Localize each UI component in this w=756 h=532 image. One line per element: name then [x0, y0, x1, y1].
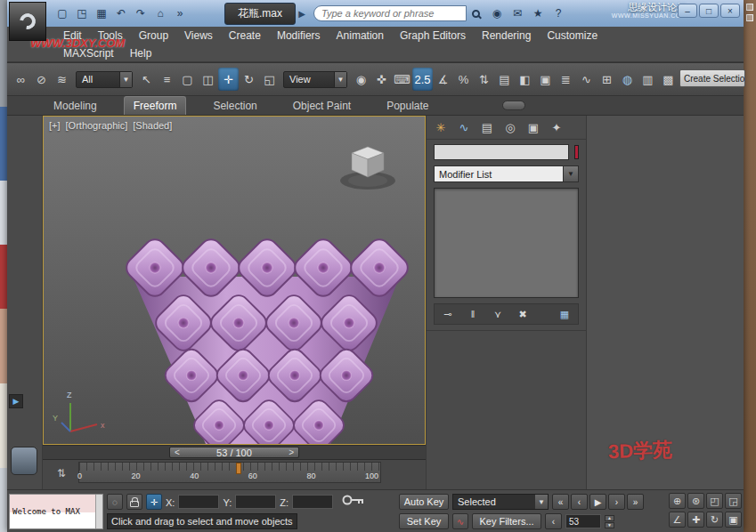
communication-center-icon[interactable]: ✉ — [508, 4, 526, 22]
z-coordinate-field[interactable] — [292, 495, 333, 509]
trackbar-frame-marker[interactable] — [236, 463, 241, 474]
spinner-down-icon[interactable]: ▼ — [605, 522, 614, 528]
tab-modeling[interactable]: Modeling — [45, 97, 106, 115]
menu-maxscript[interactable]: MAXScript — [55, 45, 122, 61]
select-object-icon[interactable]: ↖ — [136, 68, 157, 91]
selection-filter-dropdown[interactable]: All ▼ — [76, 71, 133, 88]
bind-to-space-warp-icon[interactable]: ≋ — [52, 68, 72, 91]
utilities-tab-icon[interactable]: ✦ — [546, 118, 567, 136]
zoom-icon[interactable]: ⊕ — [669, 493, 686, 509]
set-keys-key-icon[interactable] — [342, 494, 365, 510]
viewcube[interactable] — [336, 140, 400, 195]
search-input[interactable] — [313, 5, 467, 21]
maximize-viewport-icon[interactable]: ▣ — [725, 512, 742, 528]
render-setup-icon[interactable]: ▥ — [638, 68, 658, 91]
make-unique-icon[interactable]: ⋎ — [488, 306, 508, 322]
modifier-stack-list[interactable] — [434, 188, 579, 298]
go-to-end-icon[interactable]: » — [627, 494, 644, 510]
selection-lock-icon[interactable] — [126, 494, 142, 510]
selection-set-dropdown[interactable]: Selected ▼ — [452, 494, 549, 510]
remove-modifier-icon[interactable]: ✖ — [513, 306, 532, 322]
orbit-icon[interactable]: ↻ — [706, 512, 723, 528]
display-tab-icon[interactable]: ▣ — [523, 118, 544, 136]
maximize-button[interactable]: □ — [699, 4, 719, 18]
help-icon[interactable]: ? — [549, 4, 567, 22]
application-menu-button[interactable] — [9, 2, 46, 41]
tab-object-paint[interactable]: Object Paint — [284, 97, 360, 115]
x-coordinate-field[interactable] — [178, 495, 219, 509]
select-by-name-icon[interactable]: ≡ — [157, 68, 177, 91]
viewport-layout-tab[interactable] — [11, 447, 37, 475]
close-button[interactable]: × — [720, 4, 740, 18]
current-frame-field[interactable] — [565, 514, 601, 528]
isolate-selection-icon[interactable]: ◌ — [107, 494, 123, 510]
redo-icon[interactable]: ↷ — [132, 4, 150, 22]
qat-overflow-icon[interactable]: » — [171, 4, 189, 22]
minimize-button[interactable]: – — [678, 4, 697, 18]
ribbon-minimize-pill[interactable] — [502, 101, 525, 110]
motion-tab-icon[interactable]: ◎ — [500, 118, 521, 136]
search-icon[interactable] — [467, 4, 484, 22]
edit-named-selection-sets-icon[interactable]: ▤ — [494, 68, 515, 91]
track-bar[interactable]: ⇅ 020406080100 — [43, 460, 426, 489]
unlink-selection-icon[interactable]: ⊘ — [31, 68, 52, 91]
time-slider[interactable]: < 53 / 100 > — [43, 445, 426, 460]
modifier-list-dropdown[interactable]: Modifier List — [434, 165, 564, 182]
new-key-curve-icon[interactable]: ∿ — [452, 513, 468, 529]
reference-coordinate-dropdown[interactable]: View ▼ — [283, 71, 347, 88]
scene-explorer-expand-icon[interactable]: ▶ — [9, 394, 23, 408]
angle-snap-icon[interactable]: ∡ — [433, 68, 453, 91]
select-and-scale-icon[interactable]: ◱ — [259, 68, 280, 91]
sign-in-icon[interactable]: ◉ — [488, 4, 506, 22]
menu-modifiers[interactable]: Modifiers — [269, 28, 329, 44]
absolute-offset-toggle-icon[interactable]: ✛ — [146, 494, 162, 510]
pan-icon[interactable]: ✚ — [687, 512, 704, 528]
show-end-result-icon[interactable]: ‖ — [463, 306, 483, 322]
project-folder-icon[interactable]: ⌂ — [151, 4, 169, 22]
key-filters-button[interactable]: Key Filters... — [472, 513, 541, 529]
select-and-rotate-icon[interactable]: ↻ — [239, 68, 259, 91]
keyboard-override-icon[interactable]: ⌨ — [392, 68, 412, 91]
viewport-pov-menu[interactable]: [Orthographic] — [66, 120, 128, 131]
window-crossing-icon[interactable]: ◫ — [198, 68, 218, 91]
schematic-view-icon[interactable]: ⊞ — [597, 68, 617, 91]
auto-key-button[interactable]: Auto Key — [399, 494, 449, 510]
create-tab-icon[interactable]: ✳ — [430, 118, 451, 136]
viewport-shading-menu[interactable]: [Shaded] — [133, 120, 172, 131]
previous-frame-arrow-icon[interactable]: < — [175, 447, 180, 457]
field-of-view-icon[interactable]: ∠ — [669, 512, 686, 528]
menu-animation[interactable]: Animation — [329, 28, 392, 44]
configure-modifier-sets-icon[interactable]: ▦ — [555, 306, 574, 322]
y-coordinate-field[interactable] — [235, 495, 276, 509]
viewport[interactable]: [+][Orthographic][Shaded] — [43, 116, 426, 445]
next-frame-arrow-icon[interactable]: > — [289, 447, 294, 457]
rectangular-selection-icon[interactable]: ▢ — [177, 68, 198, 91]
use-pivot-center-icon[interactable]: ◉ — [351, 68, 371, 91]
menu-tools[interactable]: Tools — [90, 28, 131, 44]
menu-group[interactable]: Group — [131, 28, 176, 44]
set-key-button[interactable]: Set Key — [399, 513, 449, 529]
select-and-manipulate-icon[interactable]: ✜ — [371, 68, 392, 91]
previous-frame-icon[interactable]: ‹ — [571, 494, 588, 510]
previous-key-icon[interactable]: ‹ — [545, 513, 562, 529]
spinner-snap-icon[interactable]: ⇅ — [474, 68, 494, 91]
zoom-extents-all-icon[interactable]: ◲ — [725, 493, 742, 509]
zoom-all-icon[interactable]: ⊛ — [687, 493, 704, 509]
undo-icon[interactable]: ↶ — [112, 4, 130, 22]
tab-selection[interactable]: Selection — [204, 97, 265, 115]
trackbar-options-icon[interactable]: ⇅ — [53, 465, 69, 481]
menu-create[interactable]: Create — [221, 28, 269, 44]
maxscript-mini-listener[interactable]: Welcome to MAX — [9, 494, 103, 529]
play-animation-icon[interactable]: ▶ — [589, 494, 606, 510]
save-file-icon[interactable]: ▦ — [93, 4, 110, 22]
tab-populate[interactable]: Populate — [378, 97, 437, 115]
favorites-icon[interactable]: ★ — [529, 4, 547, 22]
modify-tab-icon[interactable]: ∿ — [453, 118, 475, 136]
object-name-field[interactable] — [434, 144, 569, 160]
select-and-link-icon[interactable]: ∞ — [11, 68, 31, 91]
rendered-frame-icon[interactable]: ▩ — [658, 68, 679, 91]
curve-editor-icon[interactable]: ∿ — [576, 68, 597, 91]
time-slider-thumb[interactable]: < 53 / 100 > — [169, 447, 299, 458]
material-editor-icon[interactable]: ◍ — [617, 68, 638, 91]
align-icon[interactable]: ▣ — [535, 68, 556, 91]
